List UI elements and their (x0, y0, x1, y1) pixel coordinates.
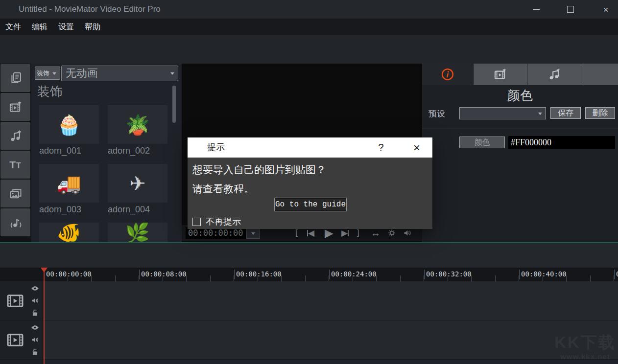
sidebar-item-sound-effects[interactable] (0, 122, 30, 150)
dont-show-again-row: 不再提示 (192, 216, 241, 228)
sticker-label: adorn_004 (108, 205, 167, 215)
sticker-item-clipped[interactable]: 🐠 (39, 223, 99, 242)
track-lane[interactable] (43, 281, 618, 320)
color-value-field[interactable]: #FF000000 (508, 136, 615, 149)
timecode-spinner[interactable] (246, 228, 260, 239)
video-track-icon (6, 292, 24, 310)
track-mute-toggle speaker-icon[interactable] (31, 336, 39, 344)
track-header (0, 281, 43, 320)
close-icon: × (603, 5, 608, 14)
color-picker-button[interactable]: 颜色 (459, 136, 505, 148)
sidebar-item-stickers[interactable] (0, 180, 30, 207)
properties-panel: 颜色 预设 保存 删除 颜色 #FF000000 (422, 64, 618, 242)
menu-help[interactable]: 帮助 (79, 19, 106, 35)
plant-image: 🪴 (125, 115, 150, 135)
divider (422, 129, 618, 129)
timeline-toolbar: T ↔ (0, 243, 618, 268)
preset-delete-button[interactable]: 删除 (585, 107, 615, 119)
sticker-item-adorn-003[interactable]: 🚚 (39, 164, 99, 203)
sticker-item-adorn-001[interactable]: 🧁 (39, 105, 99, 144)
dialog-help-button[interactable]: ? (374, 137, 388, 158)
chevron-down-icon (52, 72, 56, 75)
maximize-button[interactable] (559, 0, 582, 19)
section-title: 装饰 (37, 83, 63, 100)
track-lock-toggle lock-open-icon[interactable] (31, 309, 39, 317)
video-track-1 (0, 281, 618, 320)
speaker-icon (403, 228, 412, 237)
gear-icon (387, 228, 396, 237)
cupcake-image: 🧁 (57, 115, 81, 135)
menu-file[interactable]: 文件 (0, 19, 26, 35)
leaves-image: 🌿 (125, 223, 150, 242)
sidebar-item-video-effects[interactable] (0, 93, 30, 121)
dialog-title-bar: 提示 ? × (188, 137, 432, 158)
images-icon (9, 187, 23, 201)
chevron-down-icon (170, 72, 174, 75)
ruler-label: 00:00:48:00 (614, 270, 618, 279)
frame-bar (348, 230, 349, 236)
title-bar: Untitled - MovieMator Video Editor Pro × (0, 0, 618, 19)
tab-sound-effects[interactable] (527, 64, 581, 85)
timeline-ruler[interactable]: 00:00:00:00 00:00:08:00 00:00:16:00 00:0… (0, 268, 618, 281)
moviemator-window: Untitled - MovieMator Video Editor Pro ×… (0, 0, 618, 364)
site-watermark: KK下载 www.kkx.net (553, 333, 617, 361)
info-icon (441, 68, 454, 81)
film-star-icon (494, 68, 507, 81)
sticker-item-adorn-002[interactable]: 🪴 (108, 105, 167, 144)
text-tool-icon: TT (9, 159, 22, 171)
main-toolbar (0, 35, 618, 64)
panel-scrollbar[interactable] (172, 86, 176, 123)
minimize-button[interactable] (525, 0, 547, 19)
track-header (0, 320, 43, 359)
media-type-sidebar: TT (0, 64, 31, 242)
tab-info[interactable] (422, 64, 474, 85)
sticker-label: adorn_002 (108, 146, 167, 156)
documents-icon (9, 71, 23, 85)
preset-dropdown[interactable] (459, 107, 546, 119)
menu-settings[interactable]: 设置 (53, 19, 79, 35)
track-header (0, 360, 43, 364)
panel-title: 颜色 (422, 87, 618, 104)
category-dropdown[interactable]: 装饰 (35, 67, 60, 80)
track-visibility-toggle eye-icon[interactable] (31, 284, 39, 293)
truck-image: 🚚 (57, 174, 81, 193)
window-title: Untitled - MovieMator Video Editor Pro (19, 0, 161, 19)
sidebar-item-text[interactable]: TT (0, 151, 30, 179)
ruler-label: 00:00:32:00 (424, 270, 472, 279)
sticker-panel: 装饰 无动画 装饰 🧁 🪴 adorn_001 adorn_002 🚚 ✈ ad… (31, 64, 182, 242)
airplane-image: ✈ (129, 174, 146, 193)
animation-dropdown[interactable]: 无动画 (61, 66, 178, 81)
tip-dialog: 提示 ? × 想要导入自己的图片到贴图？ 请查看教程。 Go to the gu… (188, 137, 432, 229)
film-star-icon (9, 100, 23, 114)
dialog-body: 想要导入自己的图片到贴图？ 请查看教程。 Go to the guide 不再提… (188, 158, 432, 229)
music-star-icon (9, 129, 23, 143)
tab-video-effects[interactable] (474, 64, 527, 85)
ruler-label: 00:00:24:00 (329, 270, 377, 279)
sticker-item-adorn-004[interactable]: ✈ (108, 164, 167, 203)
fish-image: 🐠 (57, 223, 81, 242)
video-track-2 (0, 320, 618, 360)
track-visibility-toggle eye-icon[interactable] (31, 323, 39, 332)
close-button[interactable]: × (594, 0, 617, 19)
video-track-icon (6, 331, 24, 349)
playhead-line[interactable] (44, 268, 45, 364)
track-lock-toggle lock-open-icon[interactable] (31, 348, 39, 356)
video-track-3-clipped (0, 360, 618, 364)
preset-label: 预设 (428, 108, 445, 119)
app-logo-icon (5, 4, 15, 14)
preset-save-button[interactable]: 保存 (550, 107, 581, 119)
dont-show-again-checkbox[interactable] (192, 218, 201, 226)
menu-edit[interactable]: 编辑 (26, 19, 53, 35)
sidebar-item-audio[interactable] (0, 208, 30, 236)
sticker-item-clipped[interactable]: 🌿 (108, 223, 167, 242)
track-lane[interactable] (43, 320, 618, 359)
ruler-label: 00:00:00:00 (44, 270, 92, 279)
menu-bar: 文件 编辑 设置 帮助 (0, 19, 618, 35)
sidebar-item-media-library[interactable] (0, 64, 30, 92)
dialog-close-button[interactable]: × (408, 137, 426, 158)
chevron-down-icon (251, 232, 255, 235)
track-mute-toggle speaker-icon[interactable] (31, 296, 39, 305)
go-to-guide-button[interactable]: Go to the guide (274, 198, 347, 211)
ruler-label: 00:00:40:00 (519, 270, 567, 279)
ruler-label: 00:00:08:00 (139, 270, 187, 279)
